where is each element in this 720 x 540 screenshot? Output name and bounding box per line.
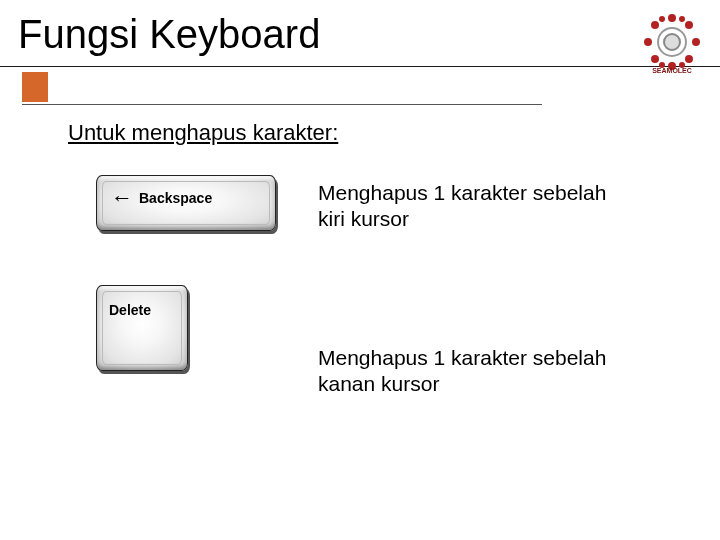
description-backspace: Menghapus 1 karakter sebelah kiri kursor (318, 180, 638, 233)
svg-point-5 (692, 38, 700, 46)
svg-point-4 (644, 38, 652, 46)
key-backspace: ←Backspace (96, 175, 276, 231)
page-title: Fungsi Keyboard (18, 12, 320, 57)
keycap-backspace: ←Backspace (96, 175, 276, 231)
key-row-backspace: ←Backspace (96, 175, 276, 231)
subtitle: Untuk menghapus karakter: (68, 120, 338, 146)
key-row-delete: Delete (96, 285, 188, 371)
svg-point-9 (685, 55, 693, 63)
svg-point-2 (668, 14, 676, 22)
accent-rule (22, 104, 542, 105)
svg-point-11 (679, 16, 685, 22)
svg-point-8 (651, 55, 659, 63)
slide: Fungsi Keyboard SEAMOLEC Untuk menghapus… (0, 0, 720, 540)
description-delete: Menghapus 1 karakter sebelah kanan kurso… (318, 345, 638, 398)
seamolec-logo-icon: SEAMOLEC (640, 10, 704, 74)
key-label-delete: Delete (109, 302, 151, 318)
logo-text: SEAMOLEC (652, 67, 692, 74)
arrow-left-icon: ← (111, 191, 133, 205)
svg-point-6 (651, 21, 659, 29)
key-delete: Delete (96, 285, 188, 371)
svg-point-1 (664, 34, 680, 50)
accent-bar (22, 72, 48, 102)
svg-point-7 (685, 21, 693, 29)
svg-point-10 (659, 16, 665, 22)
keycap-delete: Delete (96, 285, 188, 371)
key-label-backspace: Backspace (139, 190, 212, 206)
title-underline (0, 66, 720, 67)
